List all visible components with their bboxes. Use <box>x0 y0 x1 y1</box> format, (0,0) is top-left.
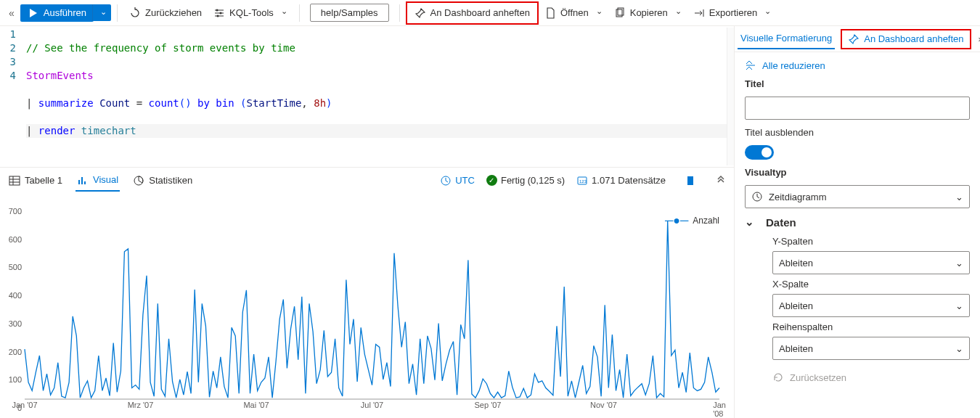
x-tick-label: Nov '07 <box>590 399 617 409</box>
chart-icon <box>77 174 89 186</box>
pin-label: An Dashboard anheften <box>430 7 530 18</box>
x-tick-label: Mai '07 <box>243 399 269 409</box>
editor-scrollbar[interactable] <box>727 28 734 165</box>
format-panel: Visuelle Formatierung An Dashboard anhef… <box>735 26 980 418</box>
svg-point-5 <box>220 12 222 14</box>
reset-label: Zurücksetzen <box>790 372 846 383</box>
run-dropdown[interactable] <box>92 4 111 21</box>
ycols-select[interactable]: Ableiten ⌄ <box>772 251 970 274</box>
collapse-up-icon[interactable] <box>715 175 727 187</box>
run-button[interactable]: Ausführen <box>20 4 94 22</box>
x-tick-label: Sep '07 <box>475 399 502 409</box>
pin-to-dashboard-button[interactable]: An Dashboard anheften <box>409 4 536 22</box>
result-tabs: Tabelle 1 Visual Statistiken UTC ✓ F <box>0 168 734 194</box>
export-label: Exportieren <box>709 7 757 18</box>
table-icon <box>9 175 20 187</box>
main-toolbar: Ausführen Zurückziehen KQL-Tools help/Sa… <box>0 0 980 26</box>
check-icon: ✓ <box>486 175 497 186</box>
play-icon <box>28 7 39 19</box>
seriescols-value: Ableiten <box>779 343 813 354</box>
tab-stats-label: Statistiken <box>149 175 192 186</box>
t: , <box>301 97 314 109</box>
visualtype-select[interactable]: Zeitdiagramm ⌄ <box>745 185 970 208</box>
kql-tools-button[interactable]: KQL-Tools <box>208 4 293 22</box>
svg-point-4 <box>216 9 219 11</box>
record-count-label: 1.071 Datensätze <box>592 175 666 186</box>
code[interactable]: // See the frequency of storm events by … <box>26 28 727 165</box>
svg-marker-0 <box>30 9 37 17</box>
gutter: 1 2 3 4 <box>0 28 26 165</box>
export-button[interactable]: Exportieren <box>687 4 777 22</box>
data-section-header[interactable]: ⌄ Daten <box>745 216 970 229</box>
chevron-down-icon: ⌄ <box>745 216 754 229</box>
hide-title-label: Titel ausblenden <box>745 127 970 138</box>
xcol-label: X-Spalte <box>772 279 970 290</box>
query-editor[interactable]: 1 2 3 4 // See the frequency of storm ev… <box>0 26 734 168</box>
timechart[interactable]: 0100200300400500600700Jan '07Mrz '07Mai … <box>25 202 719 399</box>
pin-icon <box>415 7 426 19</box>
utc-button[interactable]: UTC <box>440 175 475 187</box>
y-tick-label: 200 <box>9 348 25 356</box>
xcol-value: Ableiten <box>779 300 813 311</box>
copy-icon <box>614 7 626 19</box>
seriescols-select[interactable]: Ableiten ⌄ <box>772 337 970 360</box>
open-button[interactable]: Öffnen <box>539 4 608 22</box>
utc-label: UTC <box>455 175 475 186</box>
title-input[interactable] <box>745 97 970 120</box>
status-done-label: Fertig (0,125 s) <box>501 175 565 186</box>
t: bin <box>216 97 240 109</box>
y-tick-label: 100 <box>9 375 25 384</box>
y-tick-label: 700 <box>9 207 25 216</box>
t: | <box>26 97 38 109</box>
xcol-select[interactable]: Ableiten ⌄ <box>772 294 970 317</box>
tab-table-label: Tabelle 1 <box>25 175 62 186</box>
file-icon <box>544 7 556 19</box>
collapse-right-icon[interactable]: » <box>974 33 980 44</box>
clipboard-icon[interactable] <box>685 175 696 187</box>
recall-button[interactable]: Zurückziehen <box>123 4 208 22</box>
ycols-value: Ableiten <box>779 258 813 269</box>
code-comment: // See the frequency of storm events by … <box>26 42 295 54</box>
pin-dashboard-right-highlight: An Dashboard anheften <box>841 29 971 49</box>
collapse-all-button[interactable]: Alle reduzieren <box>745 60 970 71</box>
tab-table[interactable]: Tabelle 1 <box>7 171 64 191</box>
t: | <box>26 125 38 136</box>
t: () <box>179 97 192 109</box>
clock-icon <box>440 175 452 187</box>
pin-icon <box>848 33 859 45</box>
clock-icon <box>751 191 763 202</box>
lineno: 4 <box>0 69 16 83</box>
tab-stats[interactable]: Statistiken <box>131 171 194 191</box>
chart-area: ─●─ Anzahl 0100200300400500600700Jan '07… <box>0 194 734 418</box>
record-count: 123 1.071 Datensätze <box>576 175 666 187</box>
svg-rect-16 <box>81 177 83 184</box>
t: StartTime <box>246 97 301 109</box>
t: ) <box>326 97 332 109</box>
reset-button[interactable]: Zurücksetzen <box>745 367 970 383</box>
visual-formatting-tab[interactable]: Visuelle Formatierung <box>738 28 835 49</box>
lineno: 3 <box>0 55 16 69</box>
data-section-label: Daten <box>766 216 796 229</box>
stats-icon <box>133 175 144 187</box>
ycols-label: Y-Spalten <box>772 236 970 247</box>
y-tick-label: 500 <box>9 263 25 271</box>
hide-title-toggle[interactable] <box>745 145 774 160</box>
visualtype-label: Visualtyp <box>745 167 970 178</box>
lineno: 2 <box>0 41 16 55</box>
recall-label: Zurückziehen <box>145 7 202 18</box>
open-label: Öffnen <box>560 7 589 18</box>
pin-to-dashboard-right-button[interactable]: An Dashboard anheften <box>845 32 966 46</box>
chevron-down-icon: ⌄ <box>955 192 963 202</box>
x-tick-label: Mrz '07 <box>128 399 154 409</box>
help-samples-tab[interactable]: help/Samples <box>310 4 389 22</box>
undo-icon <box>129 7 141 19</box>
collapse-left-icon[interactable] <box>3 4 20 22</box>
svg-rect-15 <box>78 180 80 184</box>
pin-dashboard-highlight: An Dashboard anheften <box>406 1 539 25</box>
pin-right-label: An Dashboard anheften <box>864 33 963 44</box>
code-id: StormEvents <box>26 70 94 81</box>
copy-button[interactable]: Kopieren <box>608 4 687 22</box>
tab-visual[interactable]: Visual <box>75 170 120 192</box>
collapse-all-label: Alle reduzieren <box>762 60 825 71</box>
kql-label: KQL-Tools <box>229 7 274 18</box>
